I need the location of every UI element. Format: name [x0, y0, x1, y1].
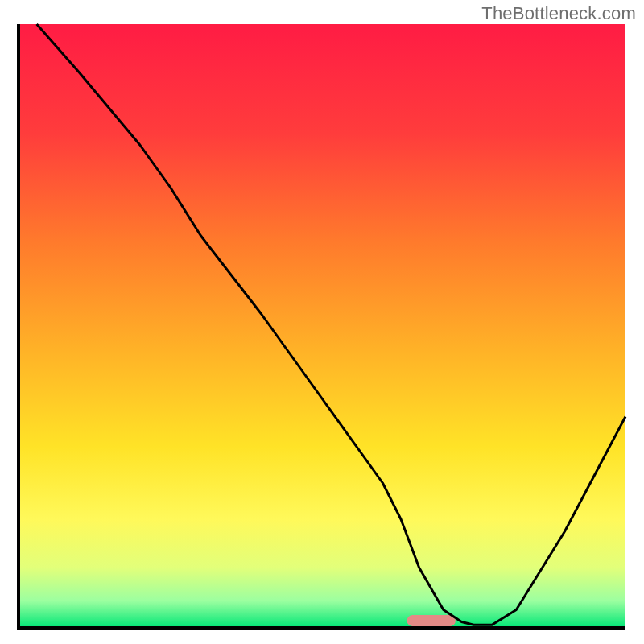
- plot-group: [19, 24, 625, 628]
- watermark-label: TheBottleneck.com: [481, 3, 636, 24]
- bottleneck-chart: TheBottleneck.com: [0, 0, 644, 644]
- optimal-range-marker: [407, 615, 456, 626]
- chart-svg: [0, 0, 644, 644]
- plot-background: [19, 24, 625, 628]
